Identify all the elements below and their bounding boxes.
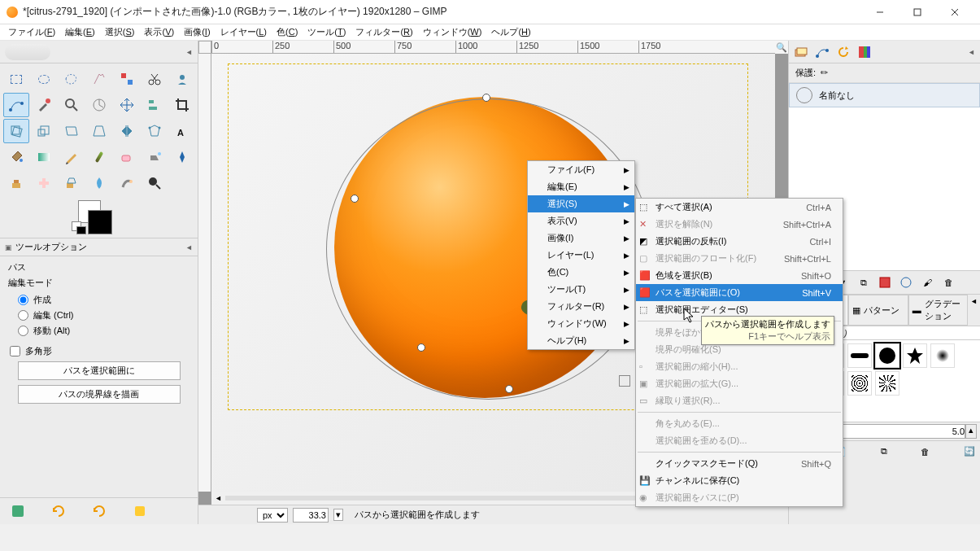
minimize-button[interactable] bbox=[861, 0, 899, 24]
menu-help[interactable]: ヘルプ(H) bbox=[486, 24, 535, 40]
path-anchor[interactable] bbox=[505, 385, 513, 393]
tool-perspective-clone[interactable] bbox=[59, 171, 85, 195]
sub-round[interactable]: 角を丸める(E)... bbox=[636, 415, 843, 432]
button-stroke-path[interactable]: パスの境界線を描画 bbox=[18, 385, 181, 404]
tool-scale[interactable] bbox=[31, 119, 57, 143]
radio-edit[interactable]: 編集 (Ctrl) bbox=[8, 308, 189, 323]
radio-create[interactable]: 作成 bbox=[8, 292, 189, 308]
tool-color-picker[interactable] bbox=[31, 93, 57, 117]
path-square-anchor[interactable] bbox=[619, 375, 630, 387]
brush-item[interactable] bbox=[847, 371, 872, 396]
tool-flip[interactable] bbox=[114, 119, 140, 143]
path-anchor[interactable] bbox=[351, 195, 359, 203]
sub-select-float[interactable]: ▢選択範囲のフロート化(F)Shift+Ctrl+L bbox=[636, 250, 843, 267]
ctx-help[interactable]: ヘルプ(H)▶ bbox=[528, 332, 634, 349]
tool-ellipse-select[interactable] bbox=[31, 67, 57, 91]
tool-paths[interactable] bbox=[3, 93, 29, 117]
ctx-view[interactable]: 表示(V)▶ bbox=[528, 212, 634, 230]
duplicate-path-icon[interactable]: ⧉ bbox=[856, 274, 872, 291]
ctx-layer[interactable]: レイヤー(L)▶ bbox=[528, 247, 634, 264]
menu-layer[interactable]: レイヤー(L) bbox=[216, 24, 272, 40]
menu-edit[interactable]: 編集(E) bbox=[60, 24, 100, 40]
path-item[interactable]: 名前なし bbox=[789, 83, 980, 107]
menu-window[interactable]: ウィンドウ(W) bbox=[418, 24, 487, 40]
brush-item[interactable] bbox=[903, 343, 927, 368]
path-anchor[interactable] bbox=[417, 343, 425, 352]
menu-filter[interactable]: フィルター(R) bbox=[351, 24, 417, 40]
zoom-input[interactable] bbox=[293, 508, 329, 523]
ctx-tool[interactable]: ツール(T)▶ bbox=[528, 281, 634, 298]
brush-item[interactable] bbox=[875, 371, 899, 396]
checkbox-polygon[interactable]: 多角形 bbox=[8, 343, 189, 359]
tab-patterns[interactable]: ▦パターン bbox=[848, 295, 908, 326]
unit-select[interactable]: px bbox=[257, 508, 288, 523]
zoom-dropdown-icon[interactable]: ▾ bbox=[333, 509, 343, 521]
save-preset-icon[interactable] bbox=[10, 503, 26, 519]
menu-view[interactable]: 表示(V) bbox=[139, 24, 179, 40]
path-to-sel-icon[interactable] bbox=[877, 274, 893, 291]
sub-select-invert[interactable]: ◩選択範囲の反転(I)Ctrl+I bbox=[636, 233, 843, 250]
tool-align[interactable] bbox=[142, 93, 168, 117]
tool-perspective[interactable] bbox=[86, 119, 112, 143]
menu-color[interactable]: 色(C) bbox=[272, 24, 303, 40]
tool-paintbrush[interactable] bbox=[86, 145, 112, 169]
tool-blend[interactable] bbox=[31, 145, 57, 169]
ctx-filter[interactable]: フィルター(R)▶ bbox=[528, 298, 634, 315]
stroke-path-icon[interactable]: 🖌 bbox=[919, 274, 935, 291]
brush-item[interactable] bbox=[847, 343, 872, 368]
duplicate-brush-icon[interactable]: ⧉ bbox=[881, 446, 887, 457]
sub-save-channel[interactable]: 💾チャンネルに保存(C) bbox=[636, 472, 843, 489]
brush-item[interactable] bbox=[875, 343, 899, 368]
sub-shrink[interactable]: ▫選択範囲の縮小(H)... bbox=[636, 358, 843, 375]
tab-menu-icon[interactable]: ◄ bbox=[968, 295, 980, 326]
sub-select-all[interactable]: ⬚すべて選択(A)Ctrl+A bbox=[636, 199, 843, 216]
tool-shear[interactable] bbox=[59, 119, 85, 143]
ctx-color[interactable]: 色(C)▶ bbox=[528, 264, 634, 281]
menu-file[interactable]: ファイル(F) bbox=[3, 24, 60, 40]
reset-icon[interactable] bbox=[132, 503, 148, 519]
context-submenu-select[interactable]: ⬚すべて選択(A)Ctrl+A ✕選択を解除(N)Shift+Ctrl+A ◩選… bbox=[635, 198, 843, 507]
tool-clone[interactable] bbox=[3, 171, 29, 195]
delete-path-icon[interactable]: 🗑 bbox=[940, 274, 956, 291]
channels-tab-icon[interactable] bbox=[857, 45, 872, 59]
tool-heal[interactable] bbox=[31, 171, 57, 195]
menu-select[interactable]: 選択(S) bbox=[100, 24, 140, 40]
brush-item[interactable] bbox=[930, 343, 955, 368]
tool-move[interactable] bbox=[114, 93, 140, 117]
sub-grow[interactable]: ▣選択範囲の拡大(G)... bbox=[636, 375, 843, 392]
color-swatches[interactable] bbox=[0, 199, 198, 238]
tool-cage[interactable] bbox=[142, 119, 168, 143]
collapse-icon[interactable]: ▣ bbox=[5, 243, 12, 251]
tool-color-select[interactable] bbox=[114, 67, 140, 91]
path-anchor[interactable] bbox=[482, 94, 490, 102]
spin-buttons-icon[interactable]: ▴ bbox=[965, 424, 977, 439]
tool-rect-select[interactable] bbox=[3, 67, 29, 91]
radio-move[interactable]: 移動 (Alt) bbox=[8, 323, 189, 339]
tool-ink[interactable] bbox=[169, 145, 195, 169]
maximize-button[interactable] bbox=[899, 0, 936, 24]
tab-gradients[interactable]: ▬グラデーション bbox=[908, 295, 968, 326]
delete-preset-icon[interactable] bbox=[91, 503, 107, 519]
sub-select-none[interactable]: ✕選択を解除(N)Shift+Ctrl+A bbox=[636, 216, 843, 233]
sub-sel-to-path[interactable]: ◉選択範囲をパスに(P) bbox=[636, 489, 843, 506]
ctx-select[interactable]: 選択(S)▶ bbox=[528, 195, 634, 212]
tool-pencil[interactable] bbox=[59, 145, 85, 169]
sub-select-bycolor[interactable]: 🟥色域を選択(B)Shift+O bbox=[636, 267, 843, 284]
tool-text[interactable]: A bbox=[169, 119, 195, 143]
dock-menu-icon[interactable]: ◄ bbox=[968, 48, 975, 56]
ctx-image[interactable]: 画像(I)▶ bbox=[528, 230, 634, 247]
tool-eraser[interactable] bbox=[114, 145, 140, 169]
tool-blur[interactable] bbox=[86, 171, 112, 195]
dock-options-icon[interactable]: ◄ bbox=[185, 48, 193, 56]
undo-tab-icon[interactable] bbox=[836, 45, 851, 59]
context-menu-main[interactable]: ファイル(F)▶ 編集(E)▶ 選択(S)▶ 表示(V)▶ 画像(I)▶ レイヤ… bbox=[527, 160, 635, 350]
menu-tool[interactable]: ツール(T) bbox=[303, 24, 351, 40]
button-path-to-selection[interactable]: パスを選択範囲に bbox=[18, 361, 181, 380]
zoom-popup-icon[interactable]: 🔍 bbox=[775, 41, 788, 54]
panel-menu-icon[interactable]: ◄ bbox=[185, 243, 193, 251]
sel-to-path-icon[interactable] bbox=[898, 274, 914, 291]
tool-measure[interactable] bbox=[86, 93, 112, 117]
tool-rotate[interactable] bbox=[3, 119, 29, 143]
sub-border[interactable]: ▭縁取り選択(R)... bbox=[636, 392, 843, 409]
refresh-brush-icon[interactable]: 🔄 bbox=[964, 446, 975, 457]
